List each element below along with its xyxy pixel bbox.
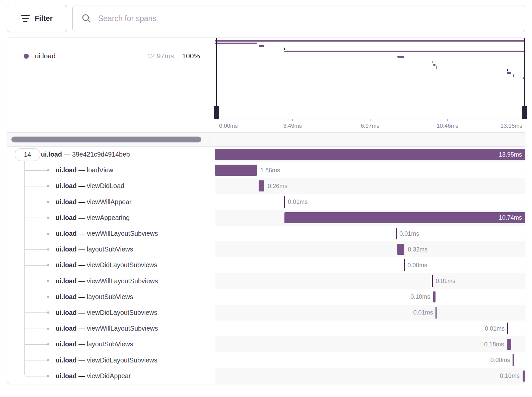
search-input[interactable]	[97, 14, 522, 23]
axis-row: 0.00ms3.49ms6.97ms10.46ms13.95ms	[7, 119, 525, 132]
span-tick	[436, 307, 437, 319]
tree-span-label: ui.load — viewAppearing	[7, 214, 130, 222]
axis-tick-label: 6.97ms	[361, 123, 380, 129]
span-waterfall-cell: 0.00ms	[215, 257, 525, 273]
span-waterfall-cell: 0.10ms	[215, 368, 525, 384]
tree-span-label: ui.load — viewDidLoad	[7, 182, 124, 190]
axis-left-spacer	[7, 119, 215, 132]
legend-percent: 100%	[182, 52, 200, 60]
legend-op-label: ui.load	[35, 52, 141, 60]
span-bar: 10.74ms	[284, 212, 525, 223]
span-tree-cell: ui.load — viewDidLayoutSubviews	[7, 257, 215, 273]
minimap[interactable]	[215, 38, 525, 119]
span-row[interactable]: ui.load — viewDidLoad0.26ms	[7, 178, 525, 194]
legend-row-ui-load[interactable]: ui.load 12.97ms 100%	[24, 52, 200, 60]
span-tree-cell: ui.load — viewAppearing	[7, 210, 215, 226]
span-row[interactable]: ui.load — layoutSubViews0.32ms	[7, 241, 525, 257]
tree-scrollbar-thumb[interactable]	[11, 137, 201, 143]
span-waterfall-cell: 0.01ms	[215, 273, 525, 289]
toolbar: Filter	[7, 5, 525, 32]
axis-tick-mark	[292, 119, 293, 121]
span-waterfall-cell: 0.01ms	[215, 194, 525, 210]
axis-tick-mark	[447, 119, 448, 121]
span-tick	[432, 275, 433, 287]
span-row[interactable]: ui.load — viewDidAppear0.10ms	[7, 368, 525, 384]
span-bar: 13.95ms	[215, 149, 525, 160]
minimap-handle-grip[interactable]	[214, 106, 219, 119]
tree-span-label: ui.load — viewDidLayoutSubviews	[7, 356, 157, 364]
span-bar	[259, 180, 265, 191]
span-waterfall-cell: 0.32ms	[215, 241, 525, 257]
trace-header: ui.load 12.97ms 100%	[7, 38, 525, 119]
filter-button[interactable]: Filter	[7, 5, 67, 32]
tree-span-label: ui.load — loadView	[7, 166, 113, 174]
span-row[interactable]: ui.load — viewAppearing10.74ms	[7, 210, 525, 226]
span-row[interactable]: ui.load — viewDidLayoutSubviews0.01ms	[7, 305, 525, 321]
span-duration: 0.00ms	[490, 357, 510, 364]
span-bar	[507, 339, 511, 350]
tree-span-label: ui.load — layoutSubViews	[7, 340, 133, 348]
span-duration: 10.74ms	[499, 214, 522, 221]
tree-span-label: ui.load — viewWillLayoutSubviews	[7, 277, 158, 285]
span-duration: 0.01ms	[436, 278, 455, 285]
minimap-span	[284, 51, 525, 52]
span-duration: 0.01ms	[399, 230, 419, 237]
minimap-handle-grip[interactable]	[522, 106, 527, 119]
span-row[interactable]: ui.load — viewWillLayoutSubviews0.01ms	[7, 321, 525, 336]
span-waterfall-cell: 0.26ms	[215, 178, 525, 194]
span-duration: 0.01ms	[485, 325, 505, 332]
span-waterfall-cell: 0.01ms	[215, 305, 525, 321]
time-axis: 0.00ms3.49ms6.97ms10.46ms13.95ms	[215, 119, 525, 132]
legend-cell: ui.load 12.97ms 100%	[7, 38, 215, 119]
span-waterfall-cell: 1.86ms	[215, 162, 525, 178]
span-row[interactable]: ui.load — viewDidLayoutSubviews0.00ms	[7, 257, 525, 273]
span-duration: 1.86ms	[260, 167, 280, 174]
axis-tick-mark	[370, 119, 371, 121]
legend-dot	[24, 54, 29, 59]
tree-span-label: ui.load — viewWillAppear	[7, 198, 131, 206]
span-row[interactable]: 14ui.load — 39e421c9d4914beb13.95ms	[7, 147, 525, 162]
span-tree-cell: ui.load — viewDidLoad	[7, 178, 215, 194]
tree-span-label: ui.load — layoutSubViews	[7, 245, 133, 253]
filter-button-label: Filter	[35, 14, 53, 23]
span-tree-cell: ui.load — viewWillLayoutSubviews	[7, 226, 215, 241]
scrollbar-row-right	[215, 133, 525, 146]
span-tree-cell: ui.load — viewWillLayoutSubviews	[7, 273, 215, 289]
span-tick	[507, 323, 508, 334]
span-row[interactable]: ui.load — viewWillAppear0.01ms	[7, 194, 525, 210]
span-row[interactable]: ui.load — viewWillLayoutSubviews0.01ms	[7, 226, 525, 241]
scrollbar-row	[7, 132, 525, 147]
span-row[interactable]: ui.load — loadView1.86ms	[7, 162, 525, 178]
span-duration: 0.00ms	[407, 262, 427, 269]
span-tick	[396, 228, 397, 239]
span-row[interactable]: ui.load — viewDidLayoutSubviews0.00ms	[7, 352, 525, 368]
span-row[interactable]: ui.load — layoutSubViews0.18ms	[7, 336, 525, 352]
span-bar	[397, 244, 404, 255]
span-tree-cell: ui.load — viewWillLayoutSubviews	[7, 321, 215, 336]
span-waterfall-cell: 0.01ms	[215, 226, 525, 241]
span-waterfall-cell: 0.01ms	[215, 321, 525, 336]
span-row[interactable]: ui.load — layoutSubViews0.10ms	[7, 289, 525, 305]
minimap-span	[284, 48, 285, 50]
minimap-span	[397, 56, 404, 58]
tree-scrollbar-track[interactable]	[7, 133, 215, 146]
span-tree-cell: ui.load — viewWillAppear	[7, 194, 215, 210]
search-box[interactable]	[72, 5, 525, 32]
span-row[interactable]: ui.load — viewWillLayoutSubviews0.01ms	[7, 273, 525, 289]
minimap-span	[396, 53, 396, 55]
minimap-span	[404, 58, 404, 61]
legend-duration: 12.97ms	[147, 52, 174, 60]
axis-tick-label: 13.95ms	[501, 123, 522, 129]
span-tree-cell: ui.load — loadView	[7, 162, 215, 178]
axis-tick-label: 0.00ms	[219, 123, 238, 129]
span-duration: 0.26ms	[268, 182, 287, 189]
span-tree-cell: 14ui.load — 39e421c9d4914beb	[7, 147, 215, 162]
minimap-span	[507, 69, 508, 71]
span-rows: 14ui.load — 39e421c9d4914beb13.95msui.lo…	[7, 147, 525, 384]
minimap-span	[433, 64, 436, 66]
span-duration: 13.95ms	[499, 151, 522, 158]
span-tree-cell: ui.load — layoutSubViews	[7, 336, 215, 352]
span-duration: 0.10ms	[500, 373, 520, 380]
axis-tick-label: 10.46ms	[437, 123, 458, 129]
tree-span-label: ui.load — viewWillLayoutSubviews	[7, 325, 158, 332]
